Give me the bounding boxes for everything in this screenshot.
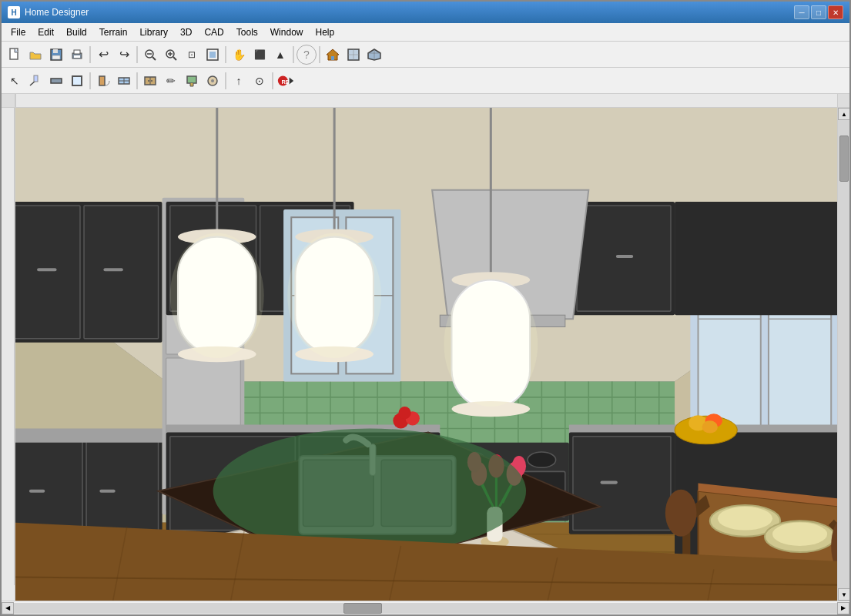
svg-rect-37	[2, 108, 15, 585]
room-button[interactable]	[67, 71, 87, 91]
fit-button[interactable]	[203, 45, 223, 65]
plan-view-button[interactable]	[343, 45, 364, 65]
open-button[interactable]	[25, 45, 45, 65]
svg-rect-108	[616, 255, 633, 258]
svg-rect-86	[99, 490, 115, 493]
zoom-out-button[interactable]	[140, 45, 160, 65]
window-button[interactable]	[114, 71, 134, 91]
scene-viewport	[15, 108, 837, 601]
menu-tools[interactable]: Tools	[230, 25, 264, 39]
zoom-window-button[interactable]: ⊡	[182, 45, 202, 65]
draw-line-button[interactable]	[25, 71, 45, 91]
svg-point-113	[528, 452, 556, 467]
svg-point-200	[665, 490, 697, 537]
svg-rect-21	[99, 76, 105, 85]
paint-button[interactable]	[182, 71, 202, 91]
menu-library[interactable]: Library	[133, 25, 174, 39]
scroll-left-arrow[interactable]: ◀	[2, 602, 14, 614]
svg-rect-20	[72, 76, 82, 85]
cabinet-button[interactable]	[140, 71, 160, 91]
scroll-track-horizontal[interactable]	[14, 603, 837, 614]
svg-rect-6	[74, 55, 80, 58]
separator-9	[272, 72, 273, 89]
maximize-button[interactable]: □	[811, 5, 826, 19]
scrollbar-vertical[interactable]: ▲ ▼	[837, 108, 849, 601]
scrollbar-horizontal: ◀ ▶	[2, 601, 849, 614]
stair-button[interactable]: ↑	[229, 71, 249, 91]
svg-rect-78	[15, 206, 80, 339]
separator-1	[89, 46, 91, 63]
svg-point-197	[718, 507, 772, 530]
separator-3	[225, 46, 226, 63]
question-button[interactable]: ?	[297, 45, 317, 65]
svg-rect-18	[34, 75, 38, 82]
window-title: Home Designer	[25, 7, 89, 18]
select-tool-button[interactable]: ↖	[5, 71, 25, 91]
svg-rect-15	[209, 52, 216, 58]
print-button[interactable]	[67, 45, 87, 65]
menu-window[interactable]: Window	[264, 25, 310, 39]
pan-button[interactable]: ✋	[229, 45, 249, 65]
svg-rect-0	[10, 49, 18, 59]
content-with-rulers: // inline SVG ruler ticks	[2, 94, 849, 614]
scroll-thumb-horizontal[interactable]	[343, 603, 382, 614]
fixture-button[interactable]	[203, 71, 223, 91]
scroll-right-arrow[interactable]: ▶	[837, 602, 849, 614]
3d-view-button[interactable]	[364, 45, 384, 65]
separator-8	[225, 72, 226, 89]
undo-button[interactable]: ↩	[93, 45, 113, 65]
svg-rect-132	[675, 202, 837, 315]
separator-5	[319, 46, 320, 63]
svg-rect-5	[74, 50, 80, 54]
svg-point-31	[211, 79, 214, 82]
svg-point-27	[148, 80, 149, 82]
minimize-button[interactable]: ─	[794, 5, 809, 19]
scroll-down-arrow[interactable]: ▼	[838, 588, 849, 601]
svg-rect-2	[53, 49, 58, 53]
menu-file[interactable]: File	[5, 25, 32, 39]
canvas-area[interactable]	[15, 108, 837, 601]
up-button[interactable]: ▲	[270, 45, 290, 65]
main-area: // inline SVG ruler ticks	[2, 94, 849, 614]
svg-rect-16	[331, 56, 334, 60]
app-icon: H	[8, 6, 20, 18]
svg-rect-19	[51, 79, 62, 83]
svg-rect-35	[15, 94, 837, 107]
scroll-up-arrow[interactable]: ▲	[838, 108, 849, 120]
svg-line-13	[173, 57, 176, 60]
scroll-thumb-vertical[interactable]	[839, 136, 849, 182]
svg-point-148	[287, 233, 381, 359]
svg-point-138	[702, 420, 718, 433]
pencil-button[interactable]: ✏	[161, 71, 181, 91]
new-button[interactable]	[5, 45, 25, 65]
menu-terrain[interactable]: Terrain	[93, 25, 134, 39]
point-button[interactable]: ⊙	[250, 71, 270, 91]
save-button[interactable]	[46, 45, 66, 65]
close-button[interactable]: ✕	[828, 5, 843, 19]
menu-help[interactable]: Help	[309, 25, 340, 39]
separator-2	[136, 46, 138, 63]
door-button[interactable]	[93, 71, 113, 91]
toolbar-main: ↩ ↪ ⊡ ✋ ⬛ ▲ ?	[2, 42, 849, 68]
main-window: H Home Designer ─ □ ✕ File Edit Build Te…	[0, 0, 851, 616]
svg-point-205	[398, 407, 410, 419]
redo-button[interactable]: ↪	[114, 45, 134, 65]
title-bar-left: H Home Designer	[8, 6, 89, 18]
fill-button[interactable]: ⬛	[250, 45, 270, 65]
svg-rect-87	[15, 429, 166, 443]
svg-point-199	[772, 522, 827, 545]
svg-line-9	[152, 57, 156, 60]
menu-edit[interactable]: Edit	[32, 25, 60, 39]
separator-4	[293, 46, 294, 63]
toolbar-tools: ↖ ✏ ↑ ⊙ REC	[2, 68, 849, 94]
record-button[interactable]: REC	[276, 71, 296, 91]
ruler-top: // inline SVG ruler ticks	[15, 94, 837, 107]
menu-cad[interactable]: CAD	[198, 25, 230, 39]
scroll-track-vertical[interactable]	[838, 120, 849, 588]
title-bar: H Home Designer ─ □ ✕	[2, 2, 849, 23]
wall-button[interactable]	[46, 71, 66, 91]
menu-3d[interactable]: 3D	[174, 25, 198, 39]
zoom-in-button[interactable]	[161, 45, 181, 65]
home-view-button[interactable]	[323, 45, 343, 65]
menu-build[interactable]: Build	[60, 25, 93, 39]
